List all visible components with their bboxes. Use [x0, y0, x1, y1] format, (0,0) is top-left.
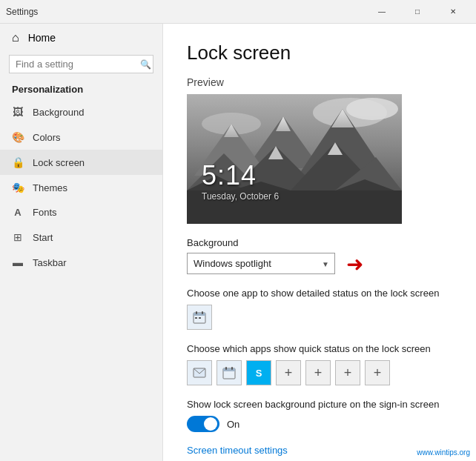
- sidebar-item-lock-screen[interactable]: 🔒 Lock screen: [0, 150, 162, 175]
- background-dropdown[interactable]: Windows spotlight Picture Slideshow: [187, 253, 335, 274]
- lock-screen-icon: 🔒: [12, 156, 24, 168]
- preview-time-overlay: 5:14 Tuesday, October 6: [202, 160, 279, 202]
- content-area: ⌂ Home 🔍 Personalization 🖼 Background 🎨 …: [0, 24, 476, 461]
- sidebar-item-taskbar-label: Taskbar: [33, 257, 67, 268]
- background-section: Background Windows spotlight Picture Sli…: [187, 237, 452, 274]
- sidebar-item-taskbar[interactable]: ▬ Taskbar: [0, 250, 162, 275]
- detailed-status-apps-row: [187, 305, 452, 330]
- add-app-button-3[interactable]: +: [335, 360, 360, 385]
- toggle-row: On: [187, 416, 452, 432]
- sidebar-item-themes-label: Themes: [33, 182, 67, 193]
- svg-rect-29: [225, 367, 227, 370]
- preview-label: Preview: [187, 76, 452, 88]
- close-button[interactable]: ✕: [436, 0, 470, 24]
- calendar-app-button[interactable]: [187, 305, 212, 330]
- svg-rect-24: [195, 317, 197, 319]
- svg-rect-28: [223, 368, 235, 371]
- sidebar: ⌂ Home 🔍 Personalization 🖼 Background 🎨 …: [0, 24, 163, 461]
- settings-window: Settings — □ ✕ ⌂ Home 🔍 Personalization …: [0, 0, 476, 461]
- sidebar-item-colors-label: Colors: [33, 132, 61, 143]
- svg-point-2: [346, 98, 398, 120]
- red-arrow-indicator: ➜: [346, 251, 363, 276]
- detailed-status-section: Choose one app to show detailed status o…: [187, 288, 452, 330]
- sidebar-item-fonts[interactable]: A Fonts: [0, 200, 162, 225]
- home-icon: ⌂: [12, 31, 19, 44]
- search-icon: 🔍: [140, 59, 151, 70]
- preview-time: 5:14: [202, 160, 279, 191]
- page-title: Lock screen: [187, 42, 452, 64]
- signin-toggle-section: Show lock screen background picture on t…: [187, 399, 452, 432]
- sidebar-item-background-label: Background: [33, 107, 84, 118]
- background-dropdown-wrapper: Windows spotlight Picture Slideshow ▼ ➜: [187, 253, 335, 274]
- lock-screen-preview: 5:14 Tuesday, October 6: [187, 94, 402, 224]
- sidebar-item-themes[interactable]: 🎭 Themes: [0, 175, 162, 200]
- calendar-quick-app-button[interactable]: [216, 360, 242, 385]
- screen-timeout-link[interactable]: Screen timeout settings: [187, 445, 288, 456]
- start-icon: ⊞: [12, 231, 24, 243]
- svg-rect-23: [202, 311, 203, 314]
- minimize-button[interactable]: —: [365, 0, 399, 24]
- mountain-preview-svg: [187, 94, 402, 224]
- svg-rect-30: [231, 367, 233, 370]
- sidebar-item-fonts-label: Fonts: [33, 207, 57, 218]
- home-label: Home: [28, 32, 56, 44]
- sidebar-item-start-label: Start: [33, 232, 53, 243]
- preview-date: Tuesday, October 6: [202, 191, 279, 202]
- titlebar-controls: — □ ✕: [365, 0, 470, 24]
- svg-rect-22: [196, 311, 197, 314]
- background-icon: 🖼: [12, 106, 24, 118]
- maximize-button[interactable]: □: [400, 0, 434, 24]
- detailed-status-label: Choose one app to show detailed status o…: [187, 288, 452, 299]
- svg-rect-25: [199, 317, 201, 319]
- add-app-button-1[interactable]: +: [276, 360, 301, 385]
- sidebar-item-background[interactable]: 🖼 Background: [0, 99, 162, 125]
- fonts-icon: A: [12, 207, 24, 218]
- quick-status-label: Choose which apps show quick status on t…: [187, 343, 452, 354]
- svg-rect-21: [194, 313, 205, 316]
- personalization-section-label: Personalization: [0, 79, 162, 99]
- main-content: Lock screen Preview: [163, 24, 476, 461]
- search-box[interactable]: 🔍: [9, 55, 153, 73]
- quick-status-apps-row: S + + + +: [187, 360, 452, 385]
- add-app-button-2[interactable]: +: [305, 360, 331, 385]
- watermark: www.wintips.org: [417, 448, 470, 457]
- colors-icon: 🎨: [12, 131, 24, 143]
- mail-app-button[interactable]: [187, 360, 212, 385]
- background-section-label: Background: [187, 237, 452, 248]
- signin-toggle[interactable]: [187, 416, 219, 432]
- titlebar-title: Settings: [6, 7, 38, 17]
- skype-app-button[interactable]: S: [246, 360, 271, 385]
- sidebar-item-lock-screen-label: Lock screen: [33, 157, 85, 168]
- toggle-knob: [204, 417, 217, 431]
- quick-status-section: Choose which apps show quick status on t…: [187, 343, 452, 385]
- sidebar-item-colors[interactable]: 🎨 Colors: [0, 125, 162, 150]
- search-input[interactable]: [16, 59, 140, 70]
- titlebar: Settings — □ ✕: [0, 0, 476, 24]
- themes-icon: 🎭: [12, 182, 24, 193]
- add-app-button-4[interactable]: +: [365, 360, 390, 385]
- taskbar-icon: ▬: [12, 256, 24, 268]
- home-nav-item[interactable]: ⌂ Home: [0, 24, 162, 52]
- toggle-on-label: On: [227, 419, 239, 430]
- signin-toggle-label: Show lock screen background picture on t…: [187, 399, 452, 410]
- sidebar-item-start[interactable]: ⊞ Start: [0, 225, 162, 250]
